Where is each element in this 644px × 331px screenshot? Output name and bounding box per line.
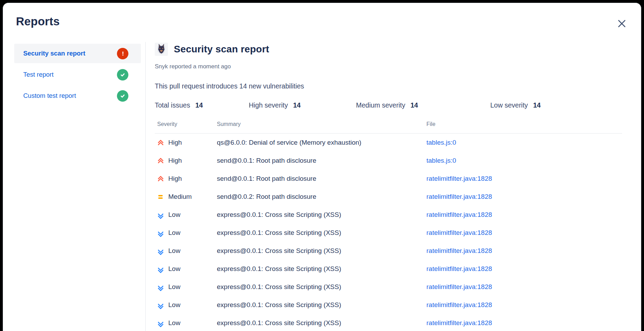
file-link[interactable]: ratelimitfilter.java:1828: [426, 211, 492, 218]
file-link[interactable]: ratelimitfilter.java:1828: [426, 193, 492, 200]
stat-item: Total issues 14: [155, 101, 249, 109]
severity-label: High: [168, 139, 182, 146]
report-header: Security scan report: [155, 43, 622, 56]
severity-cell: High: [155, 157, 217, 164]
close-icon: [617, 19, 626, 28]
severity-icon: [157, 211, 164, 218]
severity-icon: [157, 265, 164, 272]
issue-summary: send@0.0.1: Root path disclosure: [217, 175, 426, 183]
check-icon: [120, 93, 126, 99]
table-row: High qs@6.0.0: Denial of service (Memory…: [155, 134, 622, 152]
severity-cell: Low: [155, 211, 217, 219]
file-link[interactable]: ratelimitfilter.java:1828: [426, 229, 492, 236]
stat-item: Medium severity 14: [356, 101, 490, 109]
stat-value: 14: [410, 101, 418, 109]
severity-label: Low: [168, 265, 180, 273]
report-reporter-line: Snyk reported a moment ago: [155, 63, 622, 70]
table-row: Medium send@0.0.2: Root path disclosure …: [155, 188, 622, 206]
severity-label: Low: [168, 247, 180, 255]
severity-cell: Low: [155, 265, 217, 273]
issue-summary: express@0.0.1: Cross site Scripting (XSS…: [217, 265, 426, 273]
issue-summary: express@0.0.1: Cross site Scripting (XSS…: [217, 229, 426, 237]
severity-label: Low: [168, 229, 180, 237]
table-row: Low express@0.0.1: Cross site Scripting …: [155, 278, 622, 296]
issue-summary: send@0.0.2: Root path disclosure: [217, 193, 426, 201]
issue-summary: express@0.0.1: Cross site Scripting (XSS…: [217, 283, 426, 291]
severity-cell: Low: [155, 283, 217, 291]
stat-item: High severity 14: [249, 101, 356, 109]
stat-value: 14: [293, 101, 301, 109]
severity-icon: [157, 247, 164, 254]
file-cell: ratelimitfilter.java:1828: [426, 211, 622, 219]
table-row: Low express@0.0.1: Cross site Scripting …: [155, 242, 622, 260]
severity-icon: [157, 139, 164, 146]
stat-value: 14: [195, 101, 203, 109]
column-header-severity: Severity: [155, 121, 217, 128]
table-row: Low express@0.0.1: Cross site Scripting …: [155, 224, 622, 242]
modal-title: Reports: [16, 15, 60, 28]
report-detail: Security scan report Snyk reported a mom…: [155, 43, 622, 331]
file-cell: ratelimitfilter.java:1828: [426, 193, 622, 201]
severity-icon: [157, 157, 164, 164]
severity-label: High: [168, 157, 182, 164]
severity-cell: Low: [155, 319, 217, 327]
severity-cell: Low: [155, 247, 217, 255]
severity-icon: [157, 229, 164, 236]
file-link[interactable]: ratelimitfilter.java:1828: [426, 265, 492, 272]
stat-label: Medium severity: [356, 101, 405, 109]
reports-sidebar: Security scan report Test report Custom …: [14, 44, 141, 107]
sidebar-item-test-report[interactable]: Test report: [14, 65, 141, 84]
stat-label: Total issues: [155, 101, 190, 109]
success-badge: [117, 69, 128, 80]
file-cell: ratelimitfilter.java:1828: [426, 301, 622, 309]
file-link[interactable]: ratelimitfilter.java:1828: [426, 319, 492, 326]
table-row: Low express@0.0.1: Cross site Scripting …: [155, 296, 622, 314]
sidebar-item-label: Custom test report: [23, 92, 76, 100]
report-summary-line: This pull request introduces 14 new vuln…: [155, 82, 622, 90]
issue-summary: express@0.0.1: Cross site Scripting (XSS…: [217, 319, 426, 327]
close-button[interactable]: [617, 18, 627, 29]
error-badge: [117, 48, 128, 59]
issue-summary: express@0.0.1: Cross site Scripting (XSS…: [217, 301, 426, 309]
stat-item: Low severity 14: [490, 101, 622, 109]
sidebar-divider: [145, 42, 146, 331]
table-row: Low express@0.0.1: Cross site Scripting …: [155, 260, 622, 278]
severity-icon: [157, 283, 164, 290]
stat-label: High severity: [249, 101, 288, 109]
issues-table-body: High qs@6.0.0: Denial of service (Memory…: [155, 134, 622, 331]
sidebar-item-label: Security scan report: [23, 50, 85, 57]
sidebar-item-security-scan-report[interactable]: Security scan report: [14, 44, 141, 63]
severity-cell: Low: [155, 301, 217, 309]
sidebar-item-custom-test-report[interactable]: Custom test report: [14, 86, 141, 105]
file-link[interactable]: ratelimitfilter.java:1828: [426, 247, 492, 254]
severity-label: Medium: [168, 193, 192, 201]
severity-label: Low: [168, 301, 180, 309]
file-cell: ratelimitfilter.java:1828: [426, 319, 622, 327]
table-row: High send@0.0.1: Root path disclosure ra…: [155, 170, 622, 188]
file-link[interactable]: ratelimitfilter.java:1828: [426, 283, 492, 290]
issue-summary: send@0.0.1: Root path disclosure: [217, 157, 426, 164]
file-link[interactable]: tables.js:0: [426, 139, 456, 146]
stat-label: Low severity: [490, 101, 528, 109]
column-header-summary: Summary: [217, 121, 426, 128]
file-cell: ratelimitfilter.java:1828: [426, 247, 622, 255]
severity-cell: High: [155, 139, 217, 146]
success-badge: [117, 90, 128, 102]
column-header-file: File: [426, 121, 622, 128]
report-title: Security scan report: [174, 44, 269, 55]
snyk-logo-icon: [155, 43, 168, 56]
sidebar-item-label: Test report: [23, 71, 53, 78]
table-row: Low express@0.0.1: Cross site Scripting …: [155, 314, 622, 331]
severity-icon: [157, 320, 164, 326]
severity-cell: Medium: [155, 193, 217, 201]
table-row: Low express@0.0.1: Cross site Scripting …: [155, 206, 622, 224]
severity-label: Low: [168, 211, 180, 219]
file-link[interactable]: ratelimitfilter.java:1828: [426, 301, 492, 308]
severity-icon: [157, 302, 164, 308]
issue-summary: express@0.0.1: Cross site Scripting (XSS…: [217, 211, 426, 219]
report-stats: Total issues 14 High severity 14 Medium …: [155, 101, 622, 109]
file-link[interactable]: tables.js:0: [426, 157, 456, 164]
reports-modal: Reports Security scan report Test report: [3, 3, 641, 331]
file-link[interactable]: ratelimitfilter.java:1828: [426, 175, 492, 182]
severity-cell: High: [155, 175, 217, 183]
